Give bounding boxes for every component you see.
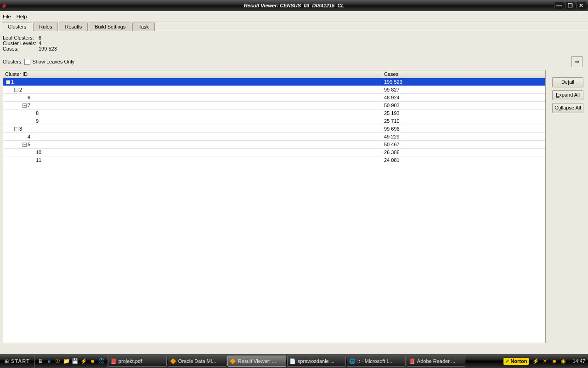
- cell-cases: 50 903: [382, 103, 545, 108]
- cluster-id-value: 5: [28, 142, 30, 147]
- cell-cases: 25 710: [382, 118, 545, 124]
- close-button[interactable]: ✕: [576, 2, 586, 9]
- tab-build-settings[interactable]: Build Settings: [89, 23, 131, 31]
- tray-winamp-icon[interactable]: ⚡: [532, 357, 539, 365]
- task-icon: 🔶: [230, 358, 236, 364]
- collapse-icon[interactable]: −: [23, 143, 27, 147]
- show-leaves-label: Show Leaves Only: [32, 59, 74, 64]
- cell-cluster-id: 8: [3, 109, 382, 117]
- cases-label: Cases:: [3, 46, 39, 52]
- maximize-button[interactable]: ❐: [565, 2, 575, 9]
- cluster-row[interactable]: −550 467: [3, 141, 545, 149]
- taskbar-item[interactable]: 📕Adobe Reader ...: [407, 356, 465, 367]
- tray-sun-icon[interactable]: ☀: [541, 357, 548, 365]
- winamp-icon[interactable]: ⚡: [80, 357, 88, 365]
- tab-clusters[interactable]: Clusters: [2, 23, 32, 31]
- leaf-clusters-value: 6: [39, 35, 41, 40]
- taskbar: ⊞ START 🖥 e ☉ 📁 💾 ⚡ ☻ Ⓢ 📕projekt.pdf🔶Ora…: [0, 354, 588, 368]
- task-icon: 📄: [289, 358, 296, 364]
- cluster-id-value: 4: [28, 134, 30, 139]
- task-icon: 🌐: [349, 358, 356, 364]
- menu-help[interactable]: Help: [17, 14, 27, 19]
- tray-network-icon[interactable]: ◉: [560, 357, 567, 365]
- cell-cases: 49 229: [382, 134, 545, 139]
- cluster-row[interactable]: 825 193: [3, 109, 545, 117]
- cell-cluster-id: 9: [3, 117, 382, 125]
- outlook-icon[interactable]: ☉: [54, 357, 62, 365]
- collapse-icon[interactable]: −: [23, 104, 27, 108]
- desktop-icon[interactable]: 🖥: [37, 357, 44, 365]
- cluster-table: Cluster ID Cases −1199 523−299 827648 92…: [3, 70, 546, 343]
- tray-gadu-icon[interactable]: ☻: [550, 357, 558, 365]
- cluster-levels-label: Cluster Levels:: [3, 40, 39, 46]
- cluster-id-value: 7: [28, 103, 30, 108]
- gadu-icon[interactable]: ☻: [89, 357, 96, 365]
- tab-rules[interactable]: Rules: [33, 23, 58, 31]
- tabrow: ClustersRulesResultsBuild SettingsTask: [0, 22, 588, 31]
- collapse-all-button[interactable]: Collapse All: [552, 103, 583, 113]
- cluster-id-value: 6: [28, 95, 30, 100]
- header-cases[interactable]: Cases: [382, 70, 545, 78]
- taskbar-item[interactable]: 🌐:: - Microsoft I...: [347, 356, 406, 367]
- start-button[interactable]: ⊞ START: [0, 358, 34, 364]
- cell-cluster-id: 11: [3, 156, 382, 164]
- skype-icon[interactable]: Ⓢ: [98, 357, 105, 365]
- cluster-id-value: 10: [36, 150, 41, 155]
- taskbar-item[interactable]: 📕projekt.pdf: [108, 356, 167, 367]
- save-icon[interactable]: 💾: [72, 357, 79, 365]
- cell-cluster-id: −1: [3, 78, 382, 86]
- cluster-id-value: 3: [19, 126, 22, 132]
- task-label: projekt.pdf: [119, 358, 142, 364]
- cluster-row[interactable]: −750 903: [3, 102, 545, 109]
- cluster-row[interactable]: 449 229: [3, 133, 545, 141]
- cluster-levels-value: 4: [39, 40, 41, 46]
- header-cluster-id[interactable]: Cluster ID: [3, 70, 382, 78]
- cell-cases: 99 696: [382, 126, 545, 132]
- systray: ⚡ ☀ ☻ ◉: [529, 354, 570, 368]
- task-icon: 📕: [110, 358, 117, 364]
- cluster-row[interactable]: −399 696: [3, 125, 545, 133]
- refresh-button[interactable]: ⇨: [571, 56, 582, 67]
- taskbar-item[interactable]: 🔶Oracle Data Mi...: [168, 356, 226, 367]
- window-title: Result Viewer: CENSUS_03_DIS41215_CL: [244, 3, 344, 8]
- cell-cases: 48 924: [382, 95, 545, 100]
- cluster-row[interactable]: −299 827: [3, 86, 545, 94]
- tab-results[interactable]: Results: [59, 23, 88, 31]
- quick-launch: 🖥 e ☉ 📁 💾 ⚡ ☻ Ⓢ: [34, 354, 107, 368]
- arrow-icon: ⇨: [575, 59, 579, 65]
- tab-task[interactable]: Task: [132, 23, 155, 31]
- windows-icon: ⊞: [5, 358, 9, 364]
- minimize-button[interactable]: —: [554, 2, 564, 9]
- cell-cluster-id: −3: [3, 125, 382, 132]
- task-label: Adobe Reader ...: [417, 358, 455, 364]
- expand-all-button[interactable]: Expand All: [552, 90, 583, 100]
- cases-value: 199 523: [39, 46, 57, 52]
- app-icon: ◆: [2, 3, 11, 9]
- titlebar: ◆ Result Viewer: CENSUS_03_DIS41215_CL —…: [0, 0, 588, 11]
- taskbar-item[interactable]: 📄sprawozdanie ...: [287, 356, 346, 367]
- task-label: Oracle Data Mi...: [178, 358, 216, 364]
- cell-cases: 199 523: [382, 79, 545, 85]
- cell-cluster-id: −7: [3, 102, 382, 109]
- menu-file[interactable]: File: [3, 14, 11, 19]
- detail-button[interactable]: Detail: [552, 77, 583, 87]
- cluster-id-value: 1: [11, 79, 14, 85]
- norton-badge[interactable]: ✔Norton: [503, 358, 529, 365]
- cluster-row[interactable]: −1199 523: [3, 78, 545, 86]
- collapse-icon[interactable]: −: [6, 80, 10, 84]
- cluster-row[interactable]: 925 710: [3, 117, 545, 125]
- menubar: File Help: [0, 11, 588, 22]
- explorer-icon[interactable]: 📁: [63, 357, 70, 365]
- task-list: 📕projekt.pdf🔶Oracle Data Mi...🔶Result Vi…: [107, 354, 504, 368]
- cell-cases: 26 386: [382, 150, 545, 155]
- ie-icon[interactable]: e: [45, 357, 53, 365]
- taskbar-item[interactable]: 🔶Result Viewer: ...: [227, 356, 286, 367]
- cell-cluster-id: 10: [3, 149, 382, 156]
- show-leaves-checkbox[interactable]: [24, 59, 30, 65]
- clock[interactable]: 14:47: [570, 358, 588, 364]
- cluster-row[interactable]: 648 924: [3, 94, 545, 102]
- cluster-row[interactable]: 1124 081: [3, 156, 545, 164]
- cluster-row[interactable]: 1026 386: [3, 149, 545, 156]
- collapse-icon[interactable]: −: [14, 127, 18, 131]
- collapse-icon[interactable]: −: [14, 88, 18, 92]
